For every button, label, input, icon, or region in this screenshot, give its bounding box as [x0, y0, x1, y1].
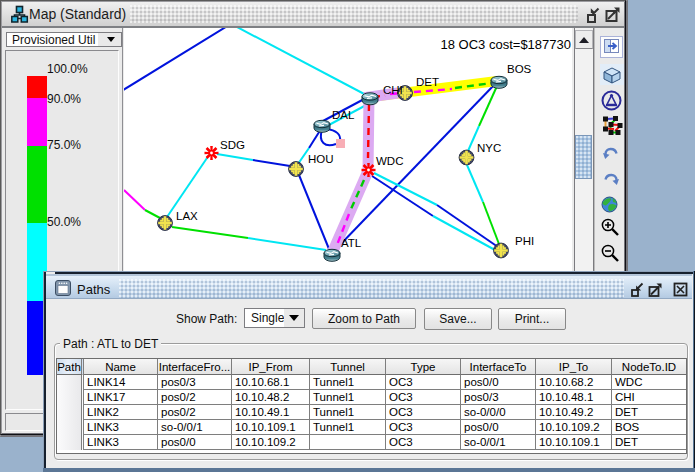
svg-text:WDC: WDC — [376, 155, 403, 167]
svg-text:DET: DET — [416, 76, 439, 88]
svg-text:PHI: PHI — [515, 235, 534, 247]
svg-text:NYC: NYC — [477, 142, 501, 154]
svg-text:BOS: BOS — [507, 63, 532, 75]
svg-text:HOU: HOU — [308, 153, 334, 165]
svg-text:ATL: ATL — [341, 237, 362, 249]
svg-text:SDG: SDG — [220, 139, 245, 151]
svg-text:LAX: LAX — [176, 210, 198, 222]
svg-text:CHI: CHI — [383, 84, 403, 96]
svg-text:DAL: DAL — [332, 109, 355, 121]
